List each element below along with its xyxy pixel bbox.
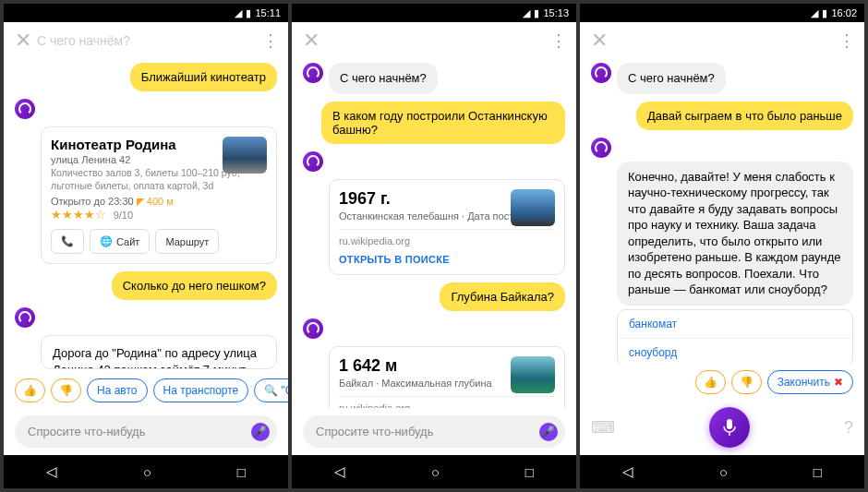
mic-icon[interactable]: 🎤 [251, 423, 270, 441]
kebab-icon[interactable]: ⋮ [838, 30, 853, 51]
chip-search[interactable]: 🔍 "С [254, 378, 288, 402]
alice-avatar [303, 318, 323, 339]
topbar: ✕ С чего начнём? ⋮ [4, 22, 288, 59]
topbar: ✕ ⋮ [580, 22, 864, 59]
call-button[interactable]: 📞 [51, 229, 84, 254]
back-icon[interactable]: ◁ [334, 463, 345, 480]
clock: 15:13 [543, 7, 569, 18]
battery-icon: ▮ [534, 7, 539, 19]
fact-thumbnail [511, 356, 555, 393]
rating-stars: ★★★★☆ [51, 208, 106, 222]
reply-text: Дорога до "Родина" по адресу улица Ленин… [42, 336, 276, 369]
fact-source: ru.wikipedia.org [339, 396, 555, 408]
reply-card: Дорога до "Родина" по адресу улица Ленин… [41, 335, 277, 369]
signal-icon: ◢ [811, 7, 818, 19]
fact-source: ru.wikipedia.org [339, 229, 555, 246]
text-input[interactable]: Спросите что-нибудь 🎤 [303, 415, 565, 448]
phone-screen-2: ◢ ▮ 15:13 ✕ ⋮ С чего начнём? В каком год… [292, 4, 576, 488]
close-red-icon: ✖ [834, 376, 843, 389]
thumbs-down-chip[interactable]: 👎 [51, 378, 81, 402]
phone-screen-3: ◢ ▮ 16:02 ✕ ⋮ С чего начнём? Давай сыгра… [580, 4, 864, 488]
place-thumbnail [223, 137, 267, 174]
bot-reply: Конечно, давайте! У меня слабость к науч… [617, 162, 853, 306]
status-bar: ◢ ▮ 15:13 [292, 4, 576, 22]
back-icon[interactable]: ◁ [46, 463, 57, 480]
recents-icon[interactable]: □ [237, 464, 246, 480]
alice-avatar [15, 307, 35, 328]
rating-value: 9/10 [114, 210, 133, 221]
user-message: Сколько до него пешком? [112, 271, 277, 300]
kebab-icon[interactable]: ⋮ [550, 30, 565, 51]
recents-icon[interactable]: □ [525, 464, 534, 480]
alice-avatar [591, 63, 611, 83]
android-nav: ◁ ○ □ [292, 455, 576, 488]
site-button[interactable]: 🌐Сайт [90, 229, 150, 254]
alice-avatar [591, 138, 611, 158]
status-bar: ◢ ▮ 16:02 [580, 4, 864, 22]
chip-transit[interactable]: На транспорте [153, 378, 249, 402]
option-1[interactable]: банкомат [618, 310, 852, 339]
alice-avatar [303, 63, 323, 83]
help-icon[interactable]: ? [844, 418, 853, 438]
alice-avatar [15, 99, 35, 119]
suggestion-chips: 👍 👎 На авто На транспорте 🔍 "С [4, 373, 288, 408]
topbar-hint: С чего начнём? [37, 33, 130, 48]
fact-thumbnail [511, 189, 555, 226]
phone-icon: 📞 [61, 235, 74, 247]
fact-card[interactable]: 1967 г. Останкинская телебашня · Дата по… [329, 179, 565, 275]
battery-icon: ▮ [822, 7, 827, 19]
text-input[interactable]: Спросите что-нибудь 🎤 [15, 415, 277, 448]
battery-icon: ▮ [246, 7, 251, 19]
bot-message: С чего начнём? [329, 63, 438, 94]
android-nav: ◁ ○ □ [580, 455, 864, 488]
open-hours: Открыто до 23:30 [51, 196, 134, 207]
mic-icon[interactable]: 🎤 [539, 423, 558, 441]
close-icon[interactable]: ✕ [303, 29, 319, 53]
feedback-chips: 👍 👎 Закончить ✖ [580, 365, 864, 400]
signal-icon: ◢ [523, 7, 530, 19]
option-2[interactable]: сноуборд [618, 339, 852, 365]
user-message: Глубина Байкала? [440, 282, 565, 311]
user-message: В каком году построили Останкинскую башн… [321, 102, 565, 144]
clock: 15:11 [255, 7, 281, 18]
topbar: ✕ ⋮ [292, 22, 576, 59]
kebab-icon[interactable]: ⋮ [262, 30, 277, 51]
home-icon[interactable]: ○ [719, 464, 728, 480]
globe-icon: 🌐 [100, 235, 113, 247]
signal-icon: ◢ [235, 7, 242, 19]
place-card[interactable]: Кинотеатр Родина улица Ленина 42 Количес… [41, 126, 277, 264]
user-message: Давай сыграем в что было раньше [636, 102, 853, 130]
input-placeholder: Спросите что-нибудь [28, 425, 145, 438]
input-placeholder: Спросите что-нибудь [316, 425, 433, 438]
svg-rect-0 [727, 419, 732, 429]
home-icon[interactable]: ○ [143, 464, 151, 480]
thumbs-down-chip[interactable]: 👎 [731, 370, 762, 394]
user-message: Ближайший кинотеатр [130, 63, 277, 91]
mic-icon [722, 418, 737, 437]
open-in-search-link[interactable]: ОТКРЫТЬ В ПОИСКЕ [339, 254, 555, 265]
fact-card[interactable]: 1 642 м Байкал · Максимальная глубина ru… [329, 346, 565, 408]
alice-avatar [303, 151, 323, 172]
end-chip[interactable]: Закончить ✖ [767, 370, 853, 394]
thumbs-up-chip[interactable]: 👍 [695, 370, 726, 394]
phone-screen-1: ◢ ▮ 15:11 ✕ С чего начнём? ⋮ Ближайший к… [4, 4, 288, 488]
distance: 400 м [147, 196, 174, 207]
mic-button[interactable] [709, 407, 750, 448]
android-nav: ◁ ○ □ [4, 455, 288, 488]
thumbs-up-chip[interactable]: 👍 [15, 378, 45, 402]
answer-options: банкомат сноуборд [617, 309, 853, 365]
status-bar: ◢ ▮ 15:11 [4, 4, 288, 22]
close-icon[interactable]: ✕ [591, 29, 608, 53]
clock: 16:02 [831, 7, 857, 18]
back-icon[interactable]: ◁ [622, 463, 633, 480]
close-icon[interactable]: ✕ [15, 29, 31, 53]
home-icon[interactable]: ○ [431, 464, 440, 480]
keyboard-icon[interactable]: ⌨ [591, 417, 615, 438]
chip-car[interactable]: На авто [87, 378, 148, 402]
recents-icon[interactable]: □ [814, 464, 822, 480]
route-button[interactable]: Маршрут [155, 229, 219, 254]
bot-message: С чего начнём? [617, 63, 726, 94]
